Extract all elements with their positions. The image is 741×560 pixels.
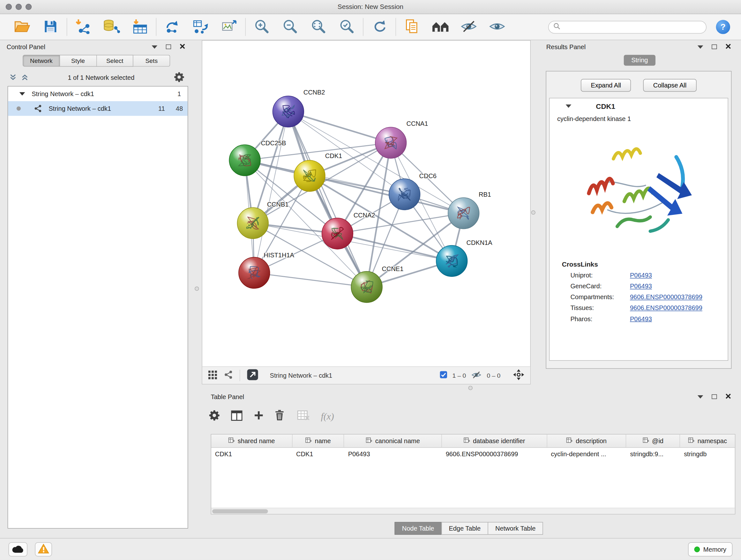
- compartments-link[interactable]: 9606.ENSP00000378699: [630, 294, 702, 301]
- node-HIST1H1A[interactable]: HIST1H1A: [239, 252, 294, 289]
- collapse-all-button[interactable]: Collapse All: [643, 79, 697, 91]
- save-session-button[interactable]: [40, 17, 61, 37]
- cell-shared-name[interactable]: CDK1: [211, 448, 292, 460]
- tab-edge-table[interactable]: Edge Table: [441, 522, 488, 535]
- function-builder-icon: f(x): [321, 411, 334, 422]
- tab-style[interactable]: Style: [60, 55, 97, 67]
- scrollbar-thumb[interactable]: [212, 509, 268, 513]
- edge-CCNA2-CDKN1A[interactable]: [337, 234, 452, 261]
- edge-CCNB2-CCNA1[interactable]: [288, 111, 391, 143]
- node-RB1[interactable]: RB1: [448, 191, 491, 229]
- warnings-button[interactable]: [35, 543, 52, 557]
- tab-sets[interactable]: Sets: [133, 55, 170, 67]
- expand-all-button[interactable]: Expand All: [581, 79, 631, 91]
- help-button[interactable]: ?: [716, 20, 730, 34]
- column-header-description[interactable]: description: [547, 435, 626, 447]
- column-header-database-identifier[interactable]: database identifier: [442, 435, 547, 447]
- tab-select[interactable]: Select: [97, 55, 133, 67]
- delete-column-trash-icon[interactable]: [275, 410, 284, 422]
- edge-CCNB2-HIST1H1A[interactable]: [254, 111, 288, 273]
- warning-triangle-icon: [38, 544, 49, 555]
- network-collection-row[interactable]: String Network – cdk1 1: [8, 86, 188, 101]
- grid-view-icon[interactable]: [208, 370, 218, 381]
- show-columns-icon[interactable]: [231, 410, 243, 422]
- global-search-box[interactable]: [548, 20, 706, 33]
- clone-network-button[interactable]: [191, 17, 211, 37]
- node-CDK1[interactable]: CDK1: [294, 152, 342, 192]
- cell-namespace[interactable]: stringdb: [680, 448, 735, 460]
- pharos-link[interactable]: P06493: [630, 315, 652, 322]
- float-panel-icon[interactable]: [166, 44, 171, 49]
- panel-menu-icon[interactable]: [697, 45, 703, 48]
- horizontal-scrollbar[interactable]: [211, 508, 735, 514]
- search-input[interactable]: [563, 23, 701, 30]
- hide-selected-button[interactable]: [458, 17, 479, 37]
- panel-menu-icon[interactable]: [697, 395, 703, 398]
- edge-CCNB2-CCNE1[interactable]: [288, 111, 367, 287]
- node-CDKN1A[interactable]: CDKN1A: [436, 239, 493, 276]
- results-tab-string[interactable]: String: [624, 55, 656, 66]
- import-network-from-file-button[interactable]: [73, 17, 93, 37]
- cloud-sync-button[interactable]: [9, 543, 27, 557]
- node-CCNB2[interactable]: CCNB2: [273, 89, 325, 127]
- first-neighbors-button[interactable]: [430, 17, 451, 37]
- copy-button[interactable]: [402, 17, 422, 37]
- selected-checkbox-icon[interactable]: [440, 371, 448, 380]
- edge-HIST1H1A-CCNE1[interactable]: [254, 273, 367, 287]
- zoom-fit-button[interactable]: [308, 17, 329, 37]
- import-table-from-file-button[interactable]: [130, 17, 150, 37]
- cell-name[interactable]: CDK1: [292, 448, 344, 460]
- uniprot-link[interactable]: P06493: [630, 272, 652, 279]
- new-network-from-selection-button[interactable]: [162, 17, 183, 37]
- expand-all-tree-icon[interactable]: [10, 73, 17, 81]
- tissues-link[interactable]: 9606.ENSP00000378699: [630, 305, 702, 312]
- column-header-canonical-name[interactable]: canonical name: [344, 435, 442, 447]
- open-session-button[interactable]: [12, 17, 32, 37]
- zoom-out-button[interactable]: [280, 17, 300, 37]
- close-panel-icon[interactable]: [180, 43, 185, 50]
- close-panel-icon[interactable]: [725, 393, 731, 400]
- genecard-link[interactable]: P06493: [630, 283, 652, 290]
- column-header-id[interactable]: @id: [626, 435, 680, 447]
- cell-id[interactable]: stringdb:9...: [626, 448, 680, 460]
- column-header-name[interactable]: name: [292, 435, 344, 447]
- show-all-button[interactable]: [487, 17, 508, 37]
- table-row[interactable]: CDK1 CDK1 P06493 9606.ENSP00000378699 cy…: [211, 448, 735, 460]
- close-panel-icon[interactable]: [725, 43, 731, 50]
- tab-node-table[interactable]: Node Table: [394, 522, 442, 535]
- gear-icon[interactable]: [174, 71, 185, 83]
- collapse-all-tree-icon[interactable]: [21, 74, 28, 81]
- refresh-button[interactable]: [369, 17, 390, 37]
- float-panel-icon[interactable]: [712, 394, 717, 399]
- panel-menu-icon[interactable]: [151, 45, 157, 48]
- zoom-in-button[interactable]: [252, 17, 272, 37]
- birdseye-view-icon[interactable]: [247, 369, 259, 382]
- network-graph[interactable]: CCNB2CCNA1CDC25BCDK1CDC6RB1CCNB1CCNA2CDK…: [202, 41, 530, 366]
- hidden-eye-slash-icon[interactable]: [471, 370, 482, 380]
- network-share-icon[interactable]: [224, 370, 233, 381]
- cell-canonical-name[interactable]: P06493: [344, 448, 442, 460]
- memory-button[interactable]: Memory: [688, 543, 732, 557]
- zoom-selected-button[interactable]: [336, 17, 357, 37]
- pan-crosshair-icon[interactable]: [513, 369, 525, 382]
- network-row[interactable]: String Network – cdk1 11 48: [8, 101, 188, 116]
- tab-network-table[interactable]: Network Table: [488, 522, 543, 535]
- tab-network[interactable]: Network: [23, 55, 60, 67]
- cell-database-identifier[interactable]: 9606.ENSP00000378699: [442, 448, 547, 460]
- import-network-from-database-button[interactable]: [101, 17, 122, 37]
- export-image-button[interactable]: [219, 17, 240, 37]
- cell-description[interactable]: cyclin-dependent ...: [547, 448, 626, 460]
- column-header-namespace[interactable]: namespac: [680, 435, 735, 447]
- left-splitter-handle[interactable]: [195, 287, 199, 291]
- gene-collapse-icon[interactable]: [566, 105, 571, 108]
- zoom-out-icon: [282, 18, 298, 35]
- column-header-shared-name[interactable]: shared name: [211, 435, 292, 447]
- add-column-plus-icon[interactable]: [254, 410, 264, 422]
- right-splitter-handle[interactable]: [531, 210, 535, 214]
- float-panel-icon[interactable]: [712, 44, 717, 49]
- node-CCNB1[interactable]: CCNB1: [237, 201, 288, 239]
- collection-expand-icon[interactable]: [19, 92, 25, 96]
- table-settings-gear-icon[interactable]: [209, 410, 220, 422]
- bottom-splitter-handle[interactable]: [468, 386, 473, 390]
- node-CCNA1[interactable]: CCNA1: [375, 120, 428, 159]
